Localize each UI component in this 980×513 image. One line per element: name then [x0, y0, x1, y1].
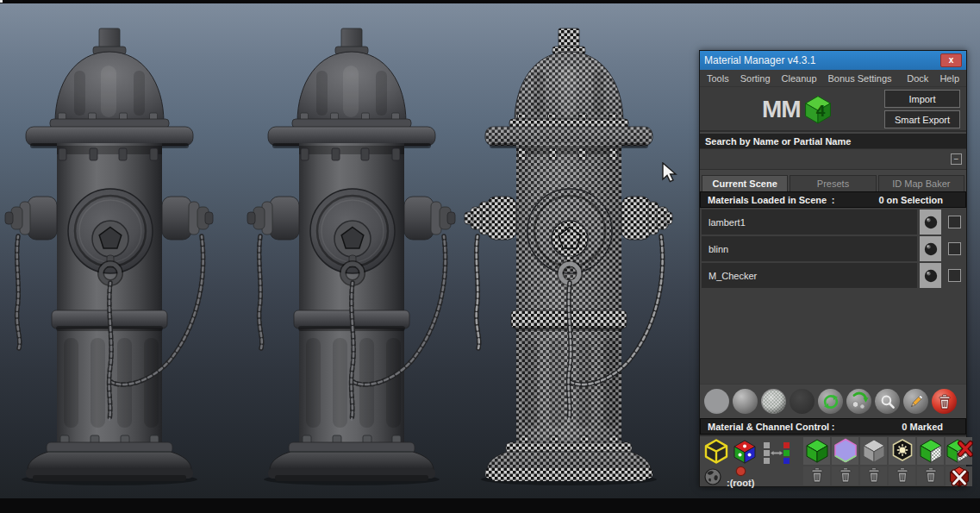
menu-item-sorting[interactable]: Sorting: [740, 73, 771, 84]
materials-list-header: Materials Loaded in Scene : 0 on Selecti…: [700, 191, 966, 208]
svg-text:4: 4: [815, 102, 825, 120]
material-name[interactable]: M_Checker: [702, 263, 917, 288]
collapse-search-button[interactable]: −: [951, 153, 962, 165]
wireframe-cube-icon[interactable]: [703, 438, 729, 466]
gray-cube-icon: [861, 437, 887, 465]
material-row[interactable]: blinn: [702, 236, 964, 261]
checker-sphere-button[interactable]: [761, 389, 786, 414]
material-manager-window: Material Manager v4.3.1 x ToolsSortingCl…: [699, 50, 967, 487]
menu-item-cleanup[interactable]: Cleanup: [782, 73, 817, 84]
search-row: −: [700, 148, 966, 170]
red-x-cube-icon: [948, 465, 971, 489]
checker-cube-delete-button[interactable]: [946, 437, 972, 465]
material-preview-button[interactable]: [920, 236, 941, 261]
red-x-cube-button[interactable]: [946, 466, 972, 486]
light-hex-button[interactable]: [889, 437, 915, 465]
logo-row: MM 4 Import Smart Export: [700, 87, 966, 132]
purple-hex-button[interactable]: [832, 437, 858, 465]
menu-item-bonus-settings[interactable]: Bonus Settings: [828, 73, 892, 84]
shaded-sphere-button[interactable]: [733, 389, 758, 414]
inspect-sphere-button[interactable]: [875, 389, 900, 414]
material-row[interactable]: M_Checker: [702, 263, 964, 288]
red-dot-icon: [735, 466, 746, 479]
checker-cube-icon: [918, 437, 944, 465]
materials-header-separator: :: [832, 195, 835, 205]
material-preview-button[interactable]: [920, 210, 941, 235]
tab-id-map-baker[interactable]: ID Map Baker: [878, 175, 964, 191]
menu-item-dock[interactable]: Dock: [907, 73, 928, 84]
channel-header-label: Material & Channel Control: [708, 422, 832, 432]
material-preview-button[interactable]: [920, 263, 941, 288]
light-hex-icon: [889, 437, 915, 465]
trash-button[interactable]: [803, 466, 830, 485]
corner-artifact: [0, 0, 3, 3]
transfer-channels-icon[interactable]: [761, 441, 792, 466]
search-section-header: Search by Name or Partial Name: [700, 134, 966, 148]
flat-sphere-button[interactable]: [704, 389, 729, 414]
channel-control-header: Material & Channel Control : 0 Marked: [700, 418, 966, 435]
edit-sphere-button[interactable]: [903, 389, 928, 414]
globe-icon[interactable]: [703, 467, 722, 488]
fire-hydrant-shaded: [5, 28, 213, 485]
checker-cube-delete-icon: [946, 437, 973, 465]
root-label: :(root): [727, 479, 754, 488]
logo-text: MM: [762, 97, 801, 122]
material-select-checkbox[interactable]: [948, 242, 961, 255]
green-cube-icon: [804, 437, 830, 465]
window-titlebar[interactable]: Material Manager v4.3.1 x: [700, 51, 966, 70]
trash-icon: [924, 467, 938, 485]
material-select-checkbox[interactable]: [948, 216, 961, 228]
window-title: Material Manager v4.3.1: [704, 54, 815, 66]
fire-hydrant-checker: [465, 28, 672, 485]
import-button[interactable]: Import: [884, 90, 960, 108]
purple-hex-icon: [833, 437, 858, 465]
tab-current-scene[interactable]: Current Scene: [702, 175, 788, 191]
rgb-cube-icon[interactable]: [732, 438, 758, 466]
trash-icon: [810, 467, 824, 485]
trash-button[interactable]: [832, 466, 858, 485]
trash-button[interactable]: [889, 466, 915, 485]
trash-button[interactable]: [860, 466, 887, 485]
menu-item-help[interactable]: Help: [939, 73, 959, 84]
materials-selection-count: 0 on Selection: [878, 195, 958, 205]
checker-cube-button[interactable]: [917, 437, 944, 465]
channel-controls-left: :(root): [702, 437, 803, 485]
dark-sphere-button[interactable]: [790, 389, 815, 414]
delete-sphere-button[interactable]: [932, 389, 957, 414]
material-actions-toolbar: [700, 384, 966, 418]
fire-hydrant-shaded: [247, 28, 455, 485]
trash-icon: [839, 467, 852, 485]
smart-export-button[interactable]: Smart Export: [884, 110, 960, 128]
material-name[interactable]: blinn: [702, 236, 917, 261]
material-select-checkbox[interactable]: [948, 269, 961, 282]
material-row[interactable]: lambert1: [702, 210, 964, 235]
trash-button[interactable]: [917, 466, 944, 485]
channel-controls: :(root): [700, 435, 966, 486]
close-button[interactable]: x: [940, 53, 962, 67]
channel-controls-columns: [803, 437, 972, 485]
green-cube-button[interactable]: [803, 437, 830, 465]
search-input[interactable]: [704, 149, 951, 169]
screenshot-root: Material Manager v4.3.1 x ToolsSortingCl…: [0, 0, 980, 513]
logo-cube-icon: 4: [802, 93, 833, 126]
assign-sphere-button[interactable]: [846, 389, 871, 414]
mouse-cursor-icon: [661, 162, 680, 185]
materials-list[interactable]: lambert1 blinn M_Checker: [700, 208, 966, 384]
gray-cube-button[interactable]: [860, 437, 887, 465]
trash-icon: [867, 467, 881, 485]
trash-icon: [896, 467, 909, 485]
channel-header-separator: :: [832, 422, 835, 432]
materials-header-label: Materials Loaded in Scene: [708, 195, 832, 205]
menu-item-tools[interactable]: Tools: [707, 73, 729, 84]
tab-presets[interactable]: Presets: [790, 175, 876, 191]
refresh-sphere-button[interactable]: [818, 389, 843, 414]
channel-marked-count: 0 Marked: [902, 422, 958, 432]
app-logo: MM 4: [762, 93, 833, 126]
tab-bar: Current ScenePresetsID Map Baker: [700, 175, 966, 191]
menu-bar: ToolsSortingCleanupBonus SettingsDockHel…: [700, 70, 966, 87]
material-name[interactable]: lambert1: [702, 210, 917, 235]
